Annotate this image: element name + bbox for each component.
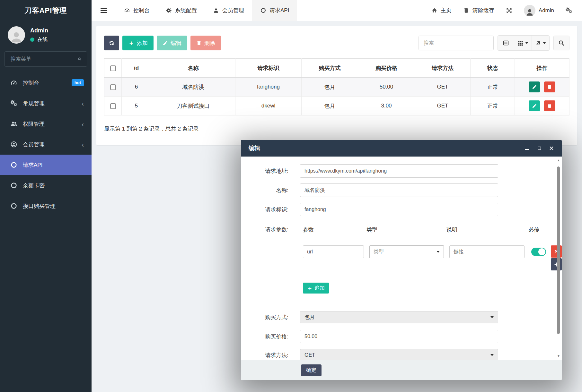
clear-cache-link[interactable]: 清除缓存 xyxy=(463,7,494,14)
scroll-down-icon[interactable]: ▼ xyxy=(556,354,561,358)
method-select[interactable]: GET xyxy=(300,349,498,360)
param-name-input[interactable] xyxy=(303,245,364,258)
row-edit-button[interactable] xyxy=(529,81,540,92)
avatar xyxy=(8,26,25,44)
toggle-pagination-button[interactable] xyxy=(498,36,514,50)
columns-dropdown-button[interactable] xyxy=(514,36,532,50)
sidebar-item-general[interactable]: 常规管理 xyxy=(0,93,92,114)
toolbar-right xyxy=(419,35,569,51)
param-required-toggle[interactable] xyxy=(531,248,546,256)
row-edit-button[interactable] xyxy=(529,100,540,111)
param-col-name: 参数 xyxy=(300,226,366,234)
name-label: 名称: xyxy=(241,187,300,194)
cell-id: 5 xyxy=(122,97,151,115)
table-row[interactable]: 6 域名防洪 fanghong 包月 50.00 GET 正常 xyxy=(104,78,569,97)
tab-label: 控制台 xyxy=(133,7,150,14)
search-icon xyxy=(78,56,82,62)
tab-members[interactable]: 会员管理 xyxy=(205,0,252,21)
modal-scrollbar[interactable]: ▲ ▼ xyxy=(556,158,561,358)
row-delete-button[interactable] xyxy=(544,81,555,92)
advanced-search-button[interactable] xyxy=(553,36,569,50)
column-header-buy-type: 购买方式 xyxy=(302,59,358,78)
request-url-label: 请求地址: xyxy=(241,167,300,175)
sidebar-item-balance-cards[interactable]: 余额卡密 xyxy=(0,175,92,196)
sidebar-item-dashboard[interactable]: 控制台 hot xyxy=(0,72,92,93)
caret-down-icon xyxy=(490,354,494,356)
modal-body: 请求地址: 名称: 请求标识: 请求参数: 参数 类型 xyxy=(241,157,562,360)
sidebar-item-label: 控制台 xyxy=(23,79,39,87)
delete-button-label: 删除 xyxy=(204,39,215,47)
select-all-checkbox[interactable] xyxy=(110,65,116,71)
fullscreen-button[interactable] xyxy=(506,7,512,14)
expand-icon xyxy=(506,7,512,14)
tab-label: 请求API xyxy=(269,7,289,14)
row-delete-button[interactable] xyxy=(544,100,555,111)
sidebar-item-purchase-mgmt[interactable]: 接口购买管理 xyxy=(0,196,92,216)
tab-system-config[interactable]: 系统配置 xyxy=(158,0,205,21)
plus-icon: ＋ xyxy=(128,39,134,47)
minimize-icon[interactable] xyxy=(525,146,530,151)
modal-header[interactable]: 编辑 xyxy=(241,140,562,157)
home-link[interactable]: 主页 xyxy=(431,7,452,14)
sidebar-item-label: 余额卡密 xyxy=(23,182,45,189)
param-col-type: 类型 xyxy=(366,226,446,234)
row-checkbox[interactable] xyxy=(110,103,116,109)
buy-type-value: 包月 xyxy=(304,314,315,321)
column-header-flag: 请求标识 xyxy=(235,59,302,78)
sidebar-search-input[interactable] xyxy=(10,56,78,62)
request-url-input[interactable] xyxy=(300,164,498,178)
modal-footer: 确定 xyxy=(241,360,562,380)
param-desc-input[interactable] xyxy=(449,245,525,258)
append-button-label: 追加 xyxy=(314,285,325,292)
delete-button[interactable]: 删除 xyxy=(190,36,221,50)
export-icon xyxy=(535,40,541,46)
name-input[interactable] xyxy=(300,183,498,197)
buy-type-label: 购买方式: xyxy=(241,314,300,321)
scroll-up-icon[interactable]: ▲ xyxy=(556,158,561,162)
sidebar-item-label: 接口购买管理 xyxy=(23,202,56,210)
tab-label: 系统配置 xyxy=(175,7,197,14)
row-checkbox[interactable] xyxy=(110,84,116,90)
cell-method: GET xyxy=(415,78,471,97)
cell-method: GET xyxy=(415,97,471,115)
request-params-section: 请求参数: 参数 类型 说明 必传 类型 xyxy=(241,222,562,264)
gears-icon xyxy=(10,100,17,107)
gear-icon xyxy=(166,7,172,13)
close-icon[interactable] xyxy=(549,146,554,151)
sidebar-item-members[interactable]: 会员管理 xyxy=(0,134,92,155)
gauge-icon xyxy=(124,7,130,13)
param-type-select[interactable]: 类型 xyxy=(369,245,444,258)
user-menu[interactable]: Admin xyxy=(524,5,554,16)
method-value: GET xyxy=(304,352,315,358)
chevron-left-icon xyxy=(82,141,84,148)
column-header-status: 状态 xyxy=(471,59,515,78)
scrollbar-thumb[interactable] xyxy=(557,166,560,334)
table-row[interactable]: 5 刀客测试接口 dkewl 包月 3.00 GET 正常 xyxy=(104,97,569,115)
export-dropdown-button[interactable] xyxy=(532,36,549,50)
hamburger-menu-icon[interactable] xyxy=(92,0,116,21)
append-param-button[interactable]: ＋ 追加 xyxy=(303,283,329,294)
settings-button[interactable] xyxy=(566,7,572,14)
tab-request-api[interactable]: 请求API xyxy=(252,0,297,21)
search-icon xyxy=(558,40,565,46)
table-search-input[interactable] xyxy=(419,36,494,50)
price-input[interactable] xyxy=(300,330,498,343)
params-header-row: 参数 类型 说明 必传 xyxy=(300,226,562,234)
column-header-id: id xyxy=(122,59,151,78)
confirm-button[interactable]: 确定 xyxy=(301,364,322,376)
hot-badge: hot xyxy=(72,79,84,86)
flag-input[interactable] xyxy=(300,203,498,216)
edit-button[interactable]: 编辑 xyxy=(157,36,187,50)
sidebar-item-request-api[interactable]: 请求API xyxy=(0,155,92,175)
add-button[interactable]: ＋ 添加 xyxy=(122,36,154,50)
param-col-desc: 说明 xyxy=(446,226,528,234)
refresh-button[interactable] xyxy=(104,36,119,50)
sidebar-user-name: Admin xyxy=(30,27,48,34)
app-title: 刀客API管理 xyxy=(0,0,92,21)
sidebar-item-permissions[interactable]: 权限管理 xyxy=(0,114,92,134)
refresh-icon xyxy=(109,40,115,46)
maximize-icon[interactable] xyxy=(537,146,542,151)
cell-name: 域名防洪 xyxy=(151,78,235,97)
tab-dashboard[interactable]: 控制台 xyxy=(116,0,158,21)
buy-type-select[interactable]: 包月 xyxy=(300,311,498,323)
